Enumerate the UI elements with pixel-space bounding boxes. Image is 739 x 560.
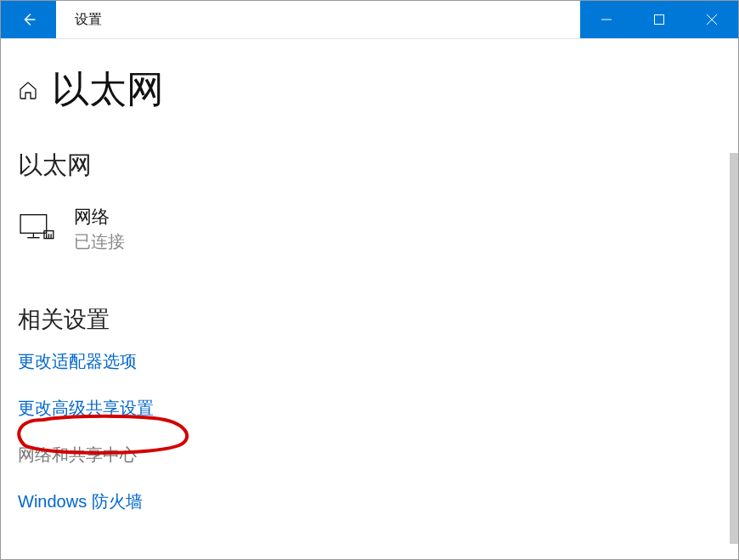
minimize-button[interactable] [580,1,633,38]
back-arrow-icon [20,10,38,29]
ethernet-section-title: 以太网 [18,149,721,183]
close-icon [706,14,718,25]
window-controls [580,1,738,38]
network-status: 已连接 [74,230,125,253]
page-title: 以太网 [52,65,164,115]
maximize-button[interactable] [633,1,685,38]
maximize-icon [653,14,665,25]
scrollbar-thumb[interactable] [730,153,738,544]
svg-rect-1 [655,15,664,25]
window-title: 设置 [56,1,580,38]
close-button[interactable] [685,1,738,38]
titlebar: 设置 [1,1,738,39]
svg-rect-4 [20,214,47,233]
content-area: 以太网 以太网 网络 已连接 相关设置 更改适配器选项 更改高级共享设置 网络和… [1,39,738,559]
network-name: 网络 [74,205,125,229]
home-icon [18,80,38,100]
link-advanced-sharing[interactable]: 更改高级共享设置 [18,397,154,420]
page-header: 以太网 [18,65,721,115]
link-network-sharing-center[interactable]: 网络和共享中心 [18,444,137,467]
network-item[interactable]: 网络 已连接 [18,205,721,253]
link-windows-firewall[interactable]: Windows 防火墙 [18,490,143,513]
ethernet-icon [18,212,55,246]
related-settings-title: 相关设置 [18,304,721,335]
home-button[interactable] [18,80,38,100]
network-text: 网络 已连接 [74,205,125,253]
back-button[interactable] [1,1,56,38]
link-adapter-options[interactable]: 更改适配器选项 [18,350,137,373]
minimize-icon [601,14,612,25]
